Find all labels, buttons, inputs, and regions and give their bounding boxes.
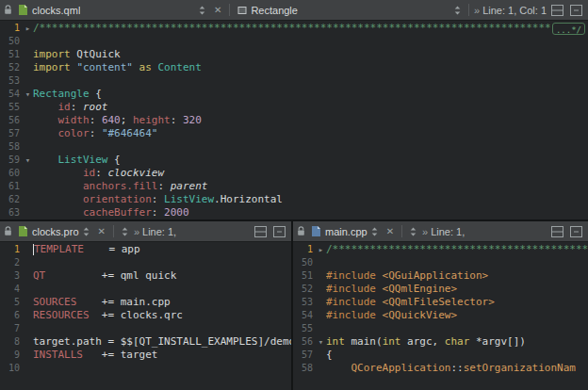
code-editor-cpp[interactable]: 1▸/*************************************… — [293, 242, 588, 390]
code-line[interactable]: 54▾Rectangle { — [0, 88, 588, 101]
code-text: TEMPLATE = app — [33, 243, 291, 256]
code-line[interactable]: 52#include <QQmlEngine> — [293, 283, 588, 296]
editor-toolbar: clocks.qml ✕ Rectangle » Line: 1, — [0, 0, 588, 21]
cursor-position-label: Line: 1, — [142, 226, 176, 237]
line-number: 51 — [293, 269, 316, 283]
close-split-button[interactable] — [568, 4, 584, 17]
line-number: 57 — [0, 127, 23, 140]
code-line[interactable]: 1TEMPLATE = app — [0, 243, 291, 256]
code-line[interactable]: 8target.path = $$[QT_INSTALL_EXAMPLES]/d… — [0, 335, 291, 349]
lock-icon — [297, 226, 305, 236]
fold-collapse-icon[interactable]: ▾ — [23, 88, 33, 101]
rectangle-symbol-icon — [237, 6, 247, 15]
code-text — [33, 35, 588, 48]
code-line[interactable]: 57 color: "#646464" — [0, 127, 588, 140]
code-line[interactable]: 56▾int main(int argc, char *argv[]) — [293, 335, 588, 349]
fold-expand-icon[interactable]: ▸ — [23, 22, 33, 35]
fold-collapse-icon[interactable]: ▾ — [316, 335, 326, 349]
code-line[interactable]: 58 QCoreApplication::setOrganizationNam — [293, 362, 588, 375]
code-text: import QtQuick — [33, 48, 588, 61]
code-line[interactable]: 63 cacheBuffer: 2000 — [0, 206, 588, 219]
line-number: 57 — [293, 349, 316, 362]
fold-column — [23, 243, 33, 256]
close-document-button[interactable]: ✕ — [384, 226, 397, 236]
code-line[interactable]: 53 — [0, 74, 588, 88]
line-number: 63 — [0, 206, 23, 219]
code-line[interactable]: 5SOURCES += main.cpp — [0, 296, 291, 309]
code-line[interactable]: 51#include <QGuiApplication> — [293, 269, 588, 283]
code-line[interactable]: 60 id: clockview — [0, 167, 588, 180]
fold-column — [23, 193, 33, 206]
code-line[interactable]: 50 — [293, 256, 588, 269]
fold-column — [23, 180, 33, 193]
collapsed-region-marker[interactable]: ...*/ — [552, 23, 585, 35]
code-line[interactable]: 59▾ ListView { — [0, 154, 588, 167]
code-line[interactable]: 1▸/*************************************… — [0, 22, 588, 35]
code-line[interactable]: 57{ — [293, 349, 588, 362]
close-split-button[interactable] — [271, 225, 287, 238]
code-text — [33, 322, 291, 335]
code-line[interactable]: 50 — [0, 35, 588, 48]
fold-column — [316, 296, 326, 309]
bottom-split-row: clocks.pro ✕ » Line: 1, — [0, 219, 588, 390]
code-line[interactable]: 1▸/*************************************… — [293, 243, 588, 256]
fold-expand-icon[interactable]: ▸ — [316, 243, 326, 256]
line-number: 60 — [0, 167, 23, 180]
fold-column — [23, 206, 33, 219]
fold-column — [316, 309, 326, 322]
code-editor-qml[interactable]: 1▸/*************************************… — [0, 21, 588, 219]
symbol-dropdown[interactable] — [407, 226, 419, 237]
code-line[interactable]: 55 id: root — [0, 101, 588, 114]
document-dropdown[interactable]: main.cpp — [308, 224, 381, 238]
symbol-dropdown[interactable]: Rectangle — [235, 4, 464, 17]
code-line[interactable]: 4 — [0, 283, 291, 296]
line-number: 51 — [0, 48, 23, 61]
line-number: 55 — [293, 322, 316, 335]
close-document-button[interactable]: ✕ — [211, 5, 224, 15]
symbol-dropdown[interactable] — [119, 226, 131, 237]
fold-column — [316, 283, 326, 296]
code-line[interactable]: 56 width: 640; height: 320 — [0, 114, 588, 127]
code-text: import "content" as Content — [33, 61, 588, 74]
line-number: 1 — [293, 243, 316, 256]
code-line[interactable]: 9INSTALLS += target — [0, 349, 291, 362]
fold-column — [23, 322, 33, 335]
code-line[interactable]: 51import QtQuick — [0, 48, 588, 61]
code-line[interactable]: 62 orientation: ListView.Horizontal — [0, 193, 588, 206]
code-text: target.path = $$[QT_INSTALL_EXAMPLES]/de… — [33, 335, 291, 349]
line-number: 62 — [0, 193, 23, 206]
toolbar-overflow-chevron[interactable]: » — [422, 226, 428, 237]
toolbar-overflow-chevron[interactable]: » — [134, 226, 139, 237]
toolbar-separator — [401, 225, 402, 237]
code-line[interactable]: 7 — [0, 322, 291, 335]
split-editor-button[interactable] — [253, 225, 269, 238]
code-line[interactable]: 52import "content" as Content — [0, 61, 588, 74]
document-dropdown[interactable]: clocks.qml — [15, 3, 208, 17]
code-line[interactable]: 6RESOURCES += clocks.qrc — [0, 309, 291, 322]
code-line[interactable]: 2 — [0, 256, 291, 269]
qml-file-icon — [18, 4, 28, 16]
code-line[interactable]: 55 — [293, 322, 588, 335]
code-line[interactable]: 54#include <QQuickView> — [293, 309, 588, 322]
code-line[interactable]: 3QT += qml quick — [0, 269, 291, 283]
close-document-button[interactable]: ✕ — [95, 226, 108, 236]
toolbar-separator — [229, 4, 230, 16]
code-line[interactable]: 61 anchors.fill: parent — [0, 180, 588, 193]
document-dropdown[interactable]: clocks.pro — [15, 224, 92, 238]
line-number: 52 — [0, 61, 23, 74]
code-editor-pro[interactable]: 1TEMPLATE = app23QT += qml quick45SOURCE… — [0, 242, 291, 390]
code-line[interactable]: 58 — [0, 140, 588, 154]
lock-icon — [4, 5, 12, 15]
fold-collapse-icon[interactable]: ▾ — [23, 154, 33, 167]
toolbar-overflow-chevron[interactable]: » — [474, 5, 480, 16]
document-name: clocks.qml — [32, 5, 80, 16]
fold-column — [316, 349, 326, 362]
dropdown-arrows-icon — [410, 227, 416, 236]
split-editor-button[interactable] — [549, 4, 565, 17]
split-editor-button[interactable] — [549, 225, 565, 238]
pro-file-icon — [18, 225, 28, 237]
cursor-position-label: Line: 1, Col: 1 — [482, 5, 547, 16]
code-line[interactable]: 53#include <QQmlFileSelector> — [293, 296, 588, 309]
close-split-button[interactable] — [568, 225, 584, 238]
code-line[interactable]: 10 — [0, 362, 291, 375]
